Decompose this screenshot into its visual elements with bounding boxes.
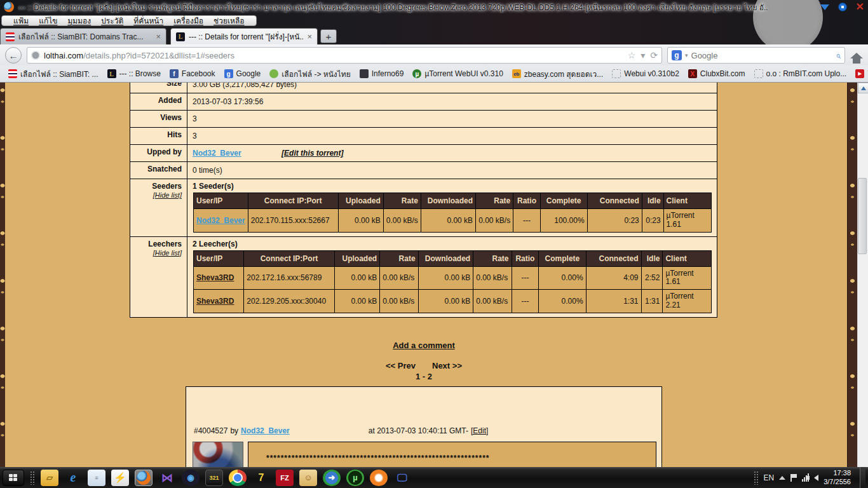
tab-close-icon[interactable]: × xyxy=(307,32,312,41)
tab-siambit-label: เลือกไฟล์ :: SiamBIT: Domains Trac... xyxy=(18,30,152,43)
google-engine-icon[interactable]: g xyxy=(672,50,682,60)
url-text[interactable]: lolthai.com/details.php?id=572021&dllist… xyxy=(44,51,624,60)
volume-icon[interactable] xyxy=(814,475,818,481)
comment-edit-link[interactable]: [Edit] xyxy=(471,426,488,435)
site-identity-icon[interactable] xyxy=(31,51,40,60)
edit-torrent-link[interactable]: [Edit this torrent] xyxy=(281,149,343,158)
peer-user-link[interactable]: Sheva3RD xyxy=(196,297,234,306)
kmplayer-icon[interactable]: ⋈ xyxy=(158,470,176,486)
bookmark-utorrent-webui[interactable]: µµTorrent WebUI v0.310 xyxy=(409,68,506,79)
start-button[interactable] xyxy=(3,470,24,486)
language-indicator[interactable]: EN xyxy=(764,473,775,482)
explorer-icon[interactable]: ▱ xyxy=(41,470,58,486)
hits-value: 3 xyxy=(187,128,717,145)
menu-view[interactable]: มุมมอง xyxy=(62,15,96,27)
peer-user-link[interactable]: Sheva3RD xyxy=(196,273,234,282)
add-comment-link[interactable]: Add a comment xyxy=(393,341,455,350)
green-bird-icon xyxy=(269,69,278,78)
hidden-icons-icon[interactable] xyxy=(779,476,785,480)
menu-help[interactable]: ช่วยเหลือ xyxy=(208,15,250,27)
prev-link[interactable]: << Prev xyxy=(386,361,416,370)
leechers-table: User/IP Connect IP:Port Uploaded Rate Do… xyxy=(193,250,712,313)
peer-user-link[interactable]: Nod32_Bever xyxy=(196,216,245,225)
utorrent-icon[interactable]: µ xyxy=(346,470,364,486)
clock-date: 3/7/2556 xyxy=(824,478,851,487)
row-label: Snatched xyxy=(130,162,187,179)
bookmark-browse[interactable]: L--- :: Browse xyxy=(104,68,164,79)
winamp-icon[interactable]: ⚡ xyxy=(111,470,129,486)
sevenzip-icon[interactable]: 7 xyxy=(252,470,270,486)
hide-seeders-link[interactable]: [Hide list] xyxy=(135,191,182,199)
new-tab-button[interactable]: + xyxy=(320,29,337,43)
bookmark-rmbit[interactable]: o.o : RmBIT.com Uplo... xyxy=(751,68,850,79)
peer-connected: 1:31 xyxy=(586,290,641,313)
menu-file[interactable]: แฟ้ม xyxy=(8,15,34,27)
clock[interactable]: 17:38 3/7/2556 xyxy=(824,469,853,487)
chrome-icon[interactable] xyxy=(229,470,247,486)
scroll-up-icon[interactable] xyxy=(858,83,868,93)
page-content: Size 3.00 GB (3,217,085,427 bytes) Added… xyxy=(0,83,868,467)
next-link[interactable]: Next >> xyxy=(432,361,462,370)
search-input[interactable] xyxy=(691,51,833,60)
seeders-label-cell: Seeders [Hide list] xyxy=(130,179,187,237)
restore-icon[interactable] xyxy=(838,3,847,11)
engine-dropdown-icon[interactable]: ▾ xyxy=(685,52,688,58)
bitcomet-icon[interactable] xyxy=(370,470,388,486)
home-icon[interactable] xyxy=(850,53,863,58)
tab-details[interactable]: L --- :: Details for torrent "[ฝรั่ง]-[ห… xyxy=(170,28,318,44)
tab-close-icon[interactable]: × xyxy=(156,32,161,41)
bookmark-google[interactable]: gGoogle xyxy=(221,68,264,79)
firefox-taskbar-button[interactable] xyxy=(135,470,153,486)
uploader-link[interactable]: Nod32_Bever xyxy=(193,149,241,158)
media-player-icon[interactable]: ◉ xyxy=(182,470,200,486)
peer-downloaded: 0.00 kB xyxy=(418,290,473,313)
inferno-icon xyxy=(360,69,369,78)
menu-history[interactable]: ประวัติ xyxy=(96,15,128,27)
address-bar[interactable]: lolthai.com/details.php?id=572021&dllist… xyxy=(27,47,662,64)
search-box[interactable]: g ▾ ⌕ xyxy=(667,47,845,64)
reload-icon[interactable]: ⟳ xyxy=(650,50,658,60)
bookmark-webui[interactable]: Webui v0.310b2 xyxy=(609,68,682,79)
bookmark-star-icon[interactable]: ☆ xyxy=(628,50,636,60)
bookmark-thai-movies[interactable]: เลือกไฟล์ -> หนังไทย xyxy=(266,67,353,81)
close-icon[interactable]: ✕ xyxy=(856,3,864,11)
default-bookmark-icon xyxy=(612,69,621,78)
tab-siambit[interactable]: เลือกไฟล์ :: SiamBIT: Domains Trac... × xyxy=(0,28,166,44)
hide-leechers-link[interactable]: [Hide list] xyxy=(135,249,182,257)
torrent-details-table: Size 3.00 GB (3,217,085,427 bytes) Added… xyxy=(130,83,717,318)
filezilla-icon[interactable]: FZ xyxy=(276,470,294,486)
window-title: --- :: Details for torrent "[ฝรั่ง]-[หนั… xyxy=(18,1,768,13)
klite-codec-icon[interactable]: 321 xyxy=(205,470,223,486)
menu-tools[interactable]: เครื่องมือ xyxy=(168,15,208,27)
back-button[interactable]: ← xyxy=(5,47,22,64)
scrollbar-thumb[interactable] xyxy=(858,178,867,254)
remote-desktop-icon[interactable]: 🖵 xyxy=(393,470,411,486)
url-dropdown-icon[interactable]: ▾ xyxy=(641,50,645,60)
show-desktop-button[interactable] xyxy=(860,467,865,488)
peer-connected: 4:09 xyxy=(586,266,641,290)
bookmark-clubxbit[interactable]: XClubxBit.com xyxy=(685,68,749,79)
bookmark-youtube[interactable]: ▶YouTube xyxy=(852,68,868,79)
peer-ip: 202.170.115.xxx:52667 xyxy=(248,209,338,233)
bookmark-inferno69[interactable]: Inferno69 xyxy=(356,68,407,79)
window-titlebar: --- :: Details for torrent "[ฝรั่ง]-[หนั… xyxy=(0,0,868,14)
search-icon[interactable]: ⌕ xyxy=(836,50,841,61)
internet-explorer-icon[interactable]: e xyxy=(64,470,82,486)
cuteftp-icon[interactable]: ☺ xyxy=(299,470,317,486)
bookmark-facebook[interactable]: fFacebook xyxy=(166,68,219,79)
menu-edit[interactable]: แก้ไข xyxy=(34,15,62,27)
action-center-flag-icon[interactable] xyxy=(790,474,797,482)
bookmark-zbeasy[interactable]: ebzbeasy.com สุดยอดเว... xyxy=(509,67,606,81)
bookmark-siambit[interactable]: เลือกไฟล์ :: SiamBIT: ... xyxy=(5,67,102,81)
tray-divider xyxy=(754,471,759,485)
idm-icon[interactable]: ➜ xyxy=(323,470,341,486)
vertical-scrollbar[interactable] xyxy=(857,83,868,467)
notepad-icon[interactable]: ≡ xyxy=(88,470,105,486)
peer-ratio: --- xyxy=(512,266,539,290)
peer-up-rate: 0.00 kB/s xyxy=(380,266,418,290)
views-value: 3 xyxy=(187,111,717,128)
minimize-icon[interactable] xyxy=(820,4,829,10)
comment-user-link[interactable]: Nod32_Bever xyxy=(241,426,290,435)
menu-bookmarks[interactable]: ที่คั่นหน้า xyxy=(128,15,168,27)
snatched-value: 0 time(s) xyxy=(187,162,717,179)
